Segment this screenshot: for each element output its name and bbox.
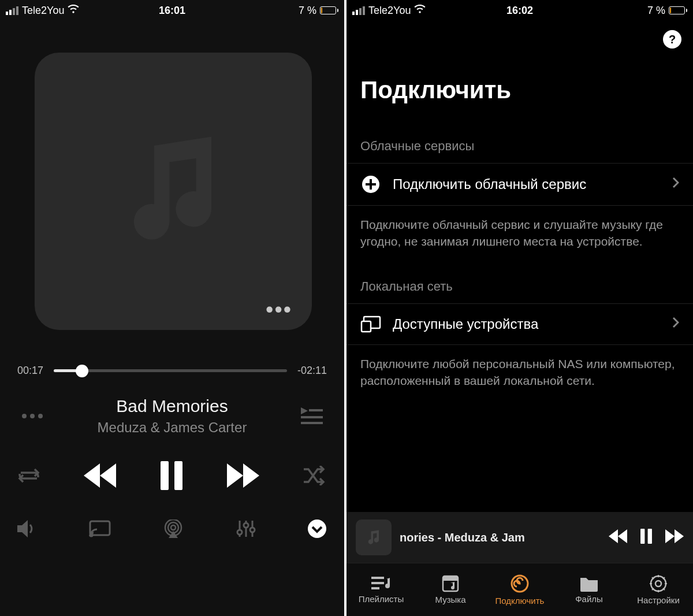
svg-rect-10 [174,461,182,490]
tab-playlists[interactable]: Плейлисты [346,563,416,616]
svg-point-26 [308,519,326,538]
track-title: Bad Memories [47,396,297,416]
track-options-button[interactable] [17,413,47,420]
mini-next-button[interactable] [665,529,684,546]
svg-point-16 [171,525,176,530]
album-art-placeholder: ••• [35,53,312,330]
track-artist: Meduza & James Carter [47,420,297,436]
collapse-player-button[interactable] [307,519,327,541]
carrier-label: Tele2You [22,5,64,17]
chevron-right-icon [672,177,679,192]
svg-rect-34 [640,529,644,544]
lan-section-label: Локальная сеть [346,250,693,303]
wifi-icon [68,5,79,17]
help-glyph: ? [669,33,676,46]
battery-percent: 7 % [647,5,665,17]
help-button[interactable]: ? [663,30,681,49]
svg-marker-13 [17,520,28,537]
svg-rect-9 [161,461,169,490]
svg-rect-5 [301,416,323,418]
elapsed-time: 00:17 [17,365,43,377]
battery-icon [320,6,338,14]
svg-rect-40 [371,587,379,589]
tab-label: Плейлисты [359,594,404,604]
previous-button[interactable] [84,463,116,488]
svg-point-23 [244,523,248,528]
available-devices-label: Доступные устройства [393,316,661,332]
svg-point-45 [655,581,661,587]
svg-marker-33 [618,529,627,543]
pause-button[interactable] [159,461,184,490]
mini-previous-button[interactable] [609,529,627,546]
tab-label: Музыка [435,595,465,604]
svg-rect-38 [371,577,384,579]
progress-slider[interactable] [54,369,287,372]
music-note-icon [110,127,237,256]
airplay-button[interactable] [162,519,184,540]
tab-files[interactable]: Файлы [554,563,624,616]
mini-player[interactable]: nories - Meduza & Jam [346,512,693,563]
tab-bar: Плейлисты Музыка Подключить Файлы Настро… [346,563,693,616]
tab-label: Подключить [495,596,545,606]
mini-pause-button[interactable] [640,528,653,547]
svg-marker-8 [100,463,116,488]
next-button[interactable] [227,463,259,488]
svg-marker-37 [675,529,684,543]
devices-icon [360,316,381,333]
svg-rect-39 [371,582,384,584]
svg-point-15 [90,534,92,536]
battery-percent: 7 % [299,5,316,17]
repeat-button[interactable] [17,466,40,485]
cellular-signal-icon [6,6,18,15]
svg-marker-11 [227,463,243,488]
svg-point-21 [237,530,242,535]
connect-cloud-label: Подключить облачный сервис [393,176,661,192]
cellular-signal-icon [352,6,365,15]
status-time: 16:02 [506,5,533,17]
svg-rect-31 [362,321,371,332]
tab-settings[interactable]: Настройки [624,563,693,616]
svg-rect-4 [309,409,323,411]
more-options-button[interactable]: ••• [266,307,292,313]
battery-icon [669,6,687,14]
mini-track-title: nories - Meduza & Jam [400,531,601,544]
cloud-section-label: Облачные сервисы [346,121,693,163]
connect-cloud-row[interactable]: Подключить облачный сервис [346,163,693,206]
lan-section-description: Подключите любой персональный NAS или ко… [346,345,693,389]
cast-button[interactable] [89,520,111,540]
svg-marker-3 [301,407,308,414]
available-devices-row[interactable]: Доступные устройства [346,303,693,345]
svg-rect-42 [443,576,458,581]
svg-rect-29 [366,183,376,185]
svg-marker-32 [609,529,618,543]
screen-now-playing: Tele2You 16:01 7 % ••• 00:17 -02:11 [0,0,346,616]
progress-thumb[interactable] [76,365,88,377]
shuffle-button[interactable] [303,466,327,485]
carrier-label: Tele2You [368,5,411,17]
equalizer-button[interactable] [236,519,256,540]
svg-point-2 [38,414,43,418]
remaining-time: -02:11 [297,365,327,377]
svg-marker-36 [665,529,675,543]
plus-circle-icon [360,175,381,194]
status-time: 16:01 [159,5,185,17]
queue-button[interactable] [297,407,327,425]
svg-marker-7 [84,463,100,488]
screen-connect: Tele2You 16:02 7 % ? Подключить Облачные… [346,0,693,616]
svg-rect-35 [648,529,652,544]
svg-rect-6 [301,422,323,424]
tab-music[interactable]: Музыка [416,563,485,616]
svg-marker-12 [243,463,259,488]
status-bar: Tele2You 16:01 7 % [0,0,344,21]
status-bar: Tele2You 16:02 7 % [346,0,693,21]
tab-label: Файлы [575,594,603,604]
svg-point-1 [30,414,35,418]
page-title: Подключить [346,21,693,121]
mini-album-art [356,519,392,555]
svg-point-0 [22,414,27,418]
svg-point-25 [250,528,255,532]
tab-connect[interactable]: Подключить [485,563,554,616]
wifi-icon [414,5,426,17]
tab-label: Настройки [637,595,680,605]
volume-button[interactable] [17,520,37,540]
